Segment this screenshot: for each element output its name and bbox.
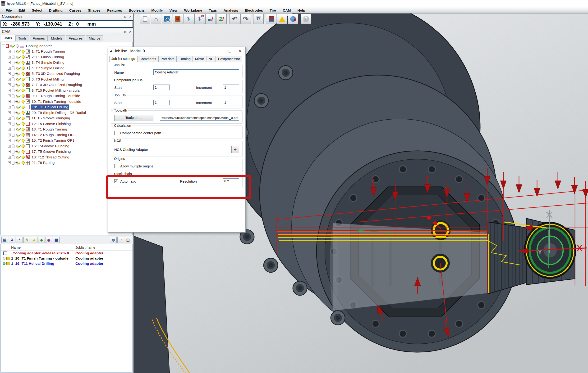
dialog-tab[interactable]: Postprocessor bbox=[216, 56, 242, 62]
job-info-icon[interactable]: i bbox=[205, 14, 216, 24]
job-label[interactable]: 14: T2 Rough Turning OP3 bbox=[31, 133, 76, 137]
menu-item[interactable]: Help bbox=[294, 8, 309, 12]
expander-icon[interactable]: + bbox=[8, 89, 11, 92]
jobids-increment-input[interactable] bbox=[223, 100, 239, 105]
bulb-icon[interactable] bbox=[21, 72, 25, 75]
open-model-icon[interactable]: ⌂ bbox=[151, 14, 161, 24]
close-panel-icon[interactable]: ✕ bbox=[129, 15, 132, 19]
joblist-row[interactable]: 1_10: T1 Finish Turning - outside Coolin… bbox=[1, 256, 132, 261]
expander-icon[interactable]: + bbox=[8, 67, 11, 70]
dialog-tab[interactable]: NC bbox=[207, 56, 216, 62]
column-header-joblist[interactable]: Joblist name bbox=[74, 245, 95, 249]
job-label[interactable]: 10: T1 Finish Turning - outside bbox=[31, 99, 82, 104]
delete-job-icon[interactable]: ✗ bbox=[9, 237, 15, 243]
menu-item[interactable]: Tire bbox=[266, 8, 279, 12]
job-label[interactable]: 13: T1 Rough Turning bbox=[31, 127, 68, 132]
job-label[interactable]: 15: T2 Finish Turning OP3 bbox=[31, 138, 75, 143]
cam-tab[interactable]: Features bbox=[66, 35, 85, 41]
bulb-icon[interactable] bbox=[21, 61, 25, 64]
dialog-tab[interactable]: Part data bbox=[158, 56, 177, 62]
bulb-icon[interactable] bbox=[21, 139, 25, 142]
layout-icon[interactable]: ◫ bbox=[125, 237, 131, 243]
jobids-start-input[interactable] bbox=[153, 100, 169, 105]
job-label[interactable]: 9: T1 Rough Turning - outside bbox=[31, 93, 81, 98]
expander-icon[interactable]: + bbox=[8, 117, 11, 120]
job-label[interactable]: 4: T7 Simple Drilling bbox=[31, 66, 65, 71]
job-properties-icon[interactable]: ▤ bbox=[1, 237, 8, 243]
job-label[interactable]: 16: T5Groove Plunging bbox=[31, 144, 70, 149]
expander-icon[interactable]: + bbox=[8, 83, 11, 86]
job-list-name-input[interactable] bbox=[153, 69, 239, 75]
dialog-tab[interactable]: Comments bbox=[137, 56, 158, 62]
maximize-button[interactable] bbox=[225, 48, 235, 55]
float-panel-icon[interactable]: ⧉ bbox=[124, 30, 126, 34]
bulb-icon[interactable] bbox=[21, 100, 25, 103]
query-icon[interactable]: ? bbox=[117, 237, 124, 243]
menu-item[interactable]: Select bbox=[29, 8, 45, 12]
menu-item[interactable]: Booleans bbox=[126, 8, 148, 12]
dialog-title-bar[interactable]: ◕ Job list: Model_0 — ✕ bbox=[108, 47, 245, 55]
bulb-icon[interactable] bbox=[21, 122, 25, 125]
internal-view-icon[interactable]: ◉ bbox=[45, 237, 52, 243]
column-header-name[interactable]: Name bbox=[1, 245, 74, 249]
new-file-icon[interactable] bbox=[140, 14, 150, 24]
job-label[interactable]: 17: T5 Groove Finishing bbox=[31, 149, 71, 154]
warning-icon[interactable]: ! bbox=[277, 14, 287, 24]
job-label[interactable]: 18: T12 Thread Cutting bbox=[31, 155, 70, 160]
expander-icon[interactable]: − bbox=[2, 45, 5, 47]
job-label[interactable]: 5: T3 3D Optimized Roughing bbox=[31, 71, 81, 76]
bulb-icon[interactable] bbox=[21, 89, 25, 92]
bulb-icon[interactable] bbox=[21, 111, 25, 114]
cam-tab[interactable]: Tools bbox=[15, 35, 29, 41]
cut-job-icon[interactable]: ✗ bbox=[31, 237, 37, 243]
menu-item[interactable]: Edit bbox=[15, 8, 29, 12]
menu-item[interactable]: Electrodes bbox=[241, 8, 266, 12]
job-label[interactable]: 20: T9 Simple Drilling - D5 Radial bbox=[31, 110, 86, 115]
compound-increment-input[interactable] bbox=[223, 85, 239, 90]
job-label[interactable]: 8: T10 Pocket Milling - circular bbox=[31, 88, 81, 93]
dialog-tab[interactable]: Turning bbox=[177, 56, 193, 62]
job-label[interactable]: 12: T5 Groove Finishing bbox=[31, 121, 71, 126]
boolean-cube-icon[interactable] bbox=[266, 14, 276, 24]
menu-item[interactable]: Modify bbox=[148, 8, 166, 12]
expander-icon[interactable]: + bbox=[8, 56, 11, 59]
bulb-icon[interactable] bbox=[21, 144, 25, 148]
bulb-icon[interactable] bbox=[16, 44, 19, 47]
close-button[interactable]: ✕ bbox=[235, 48, 245, 55]
expander-icon[interactable]: + bbox=[8, 61, 11, 64]
close-panel-icon[interactable]: ✕ bbox=[129, 30, 132, 34]
bulb-icon[interactable] bbox=[21, 83, 25, 86]
edit-job-icon[interactable]: ✎ bbox=[23, 237, 30, 243]
bulb-icon[interactable] bbox=[21, 67, 25, 70]
expander-icon[interactable]: + bbox=[8, 50, 11, 53]
cam-disc-icon[interactable] bbox=[288, 14, 298, 24]
tool-change-icon[interactable]: ◆ bbox=[38, 237, 45, 243]
job-label[interactable]: 1: T1 Rough Turning bbox=[31, 49, 66, 54]
job-label[interactable]: 3: T4 Simple Drilling bbox=[31, 60, 65, 65]
compound-start-input[interactable] bbox=[153, 85, 169, 90]
job-label[interactable]: 2: T1 Finish Turning bbox=[31, 55, 65, 60]
bulb-icon[interactable] bbox=[21, 106, 25, 109]
cam-tab[interactable]: Macros bbox=[86, 35, 103, 41]
settings-gear-icon[interactable]: ✳ bbox=[184, 14, 194, 24]
menu-item[interactable]: CAM bbox=[279, 8, 294, 12]
menu-item[interactable]: Drafting bbox=[45, 8, 66, 12]
job-label[interactable]: 19: T11 Helical Drilling bbox=[31, 104, 69, 110]
stock-display-icon[interactable]: ◍ bbox=[110, 237, 117, 243]
bulb-icon[interactable] bbox=[21, 78, 25, 81]
expander-icon[interactable]: + bbox=[8, 161, 11, 164]
expander-icon[interactable]: + bbox=[8, 128, 11, 131]
expander-icon[interactable]: + bbox=[8, 106, 11, 109]
secondary-info-icon[interactable]: 2 i bbox=[216, 14, 227, 24]
bulb-icon[interactable] bbox=[21, 50, 25, 53]
redo-icon[interactable]: ↷ bbox=[241, 14, 251, 24]
bulb-icon[interactable] bbox=[21, 94, 25, 98]
tool-database-icon[interactable]: ✳ 10 bbox=[194, 14, 205, 24]
menu-item[interactable]: Curves bbox=[66, 8, 85, 12]
bulb-icon[interactable] bbox=[21, 128, 25, 131]
automatic-checkbox[interactable]: ✓ bbox=[114, 179, 118, 183]
toolpath-browse-button[interactable]: Toolpath ... bbox=[114, 115, 153, 121]
bulb-icon[interactable] bbox=[21, 156, 25, 159]
expander-icon[interactable]: + bbox=[8, 139, 11, 142]
mesh-icon[interactable]: ▦ bbox=[53, 237, 60, 243]
